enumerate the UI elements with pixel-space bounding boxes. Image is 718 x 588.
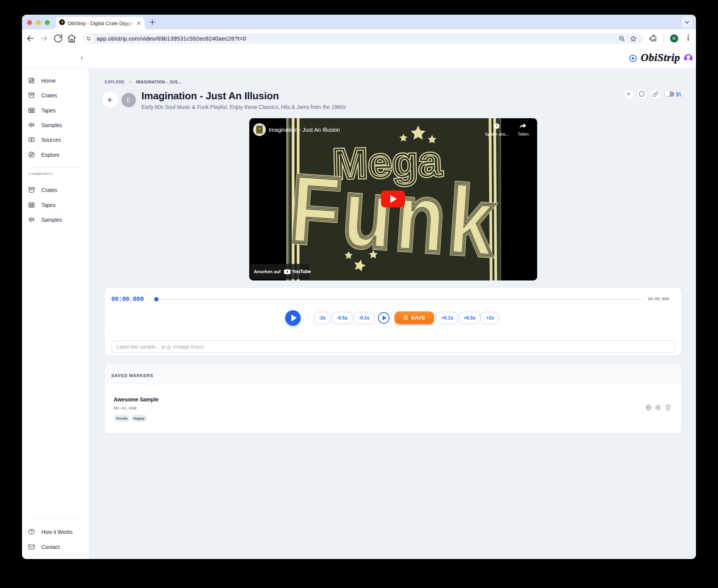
svg-text:Funk: Funk xyxy=(287,155,500,277)
